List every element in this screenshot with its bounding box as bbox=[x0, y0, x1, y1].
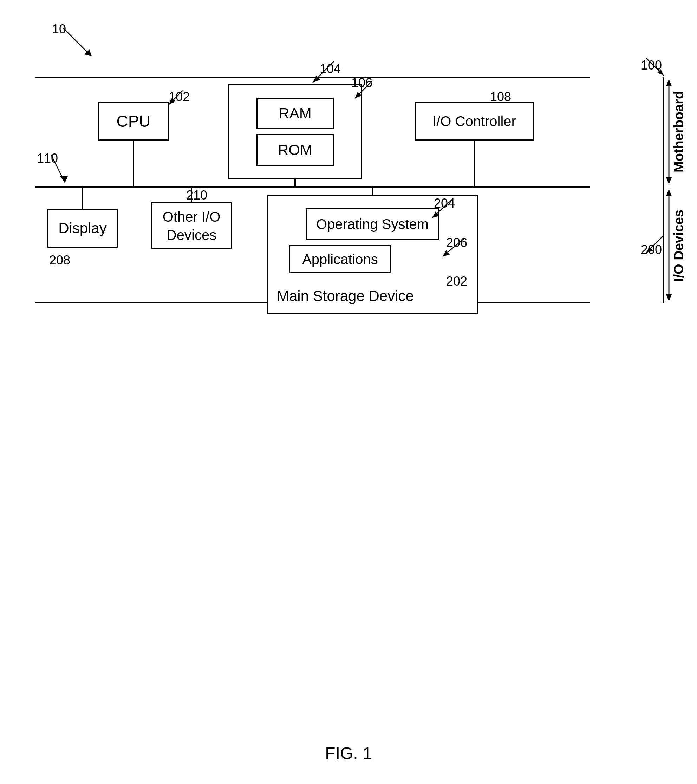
arrow-206 bbox=[439, 236, 467, 264]
io-controller-to-bus bbox=[474, 140, 475, 187]
arrow-110 bbox=[44, 151, 72, 186]
ref-label-202: 202 bbox=[446, 274, 467, 289]
arrow-106 bbox=[348, 77, 376, 105]
arrow-102 bbox=[165, 87, 186, 108]
ref-label-108: 108 bbox=[490, 90, 511, 104]
cpu-box: CPU bbox=[98, 102, 169, 140]
fig-caption: FIG. 1 bbox=[325, 744, 372, 763]
memory-to-bus bbox=[294, 179, 296, 188]
bus-line-main bbox=[35, 186, 590, 188]
svg-marker-19 bbox=[666, 294, 672, 301]
storage-label: Main Storage Device bbox=[277, 284, 414, 305]
svg-marker-16 bbox=[666, 177, 672, 184]
arrow-204 bbox=[428, 195, 457, 223]
io-controller-box: I/O Controller bbox=[415, 102, 534, 140]
io-devices-arrow bbox=[662, 187, 676, 303]
arrow-104 bbox=[306, 58, 341, 93]
other-io-box: Other I/O Devices bbox=[151, 202, 232, 249]
storage-connector bbox=[372, 187, 373, 196]
os-box: Operating System bbox=[306, 208, 439, 240]
svg-marker-18 bbox=[666, 189, 672, 196]
memory-outer-box: RAM ROM bbox=[228, 84, 362, 179]
arrow-10 bbox=[56, 21, 98, 63]
motherboard-arrow bbox=[662, 77, 676, 186]
display-connector bbox=[82, 187, 83, 210]
rom-box: ROM bbox=[257, 134, 334, 166]
display-box: Display bbox=[48, 209, 118, 248]
svg-marker-11 bbox=[60, 176, 68, 183]
ram-box: RAM bbox=[257, 98, 334, 129]
other-io-connector bbox=[191, 187, 192, 203]
ref-label-210: 210 bbox=[186, 188, 207, 203]
svg-marker-15 bbox=[666, 79, 672, 86]
applications-box: Applications bbox=[289, 245, 391, 273]
ref-label-208: 208 bbox=[49, 253, 70, 268]
cpu-to-bus bbox=[133, 140, 134, 187]
